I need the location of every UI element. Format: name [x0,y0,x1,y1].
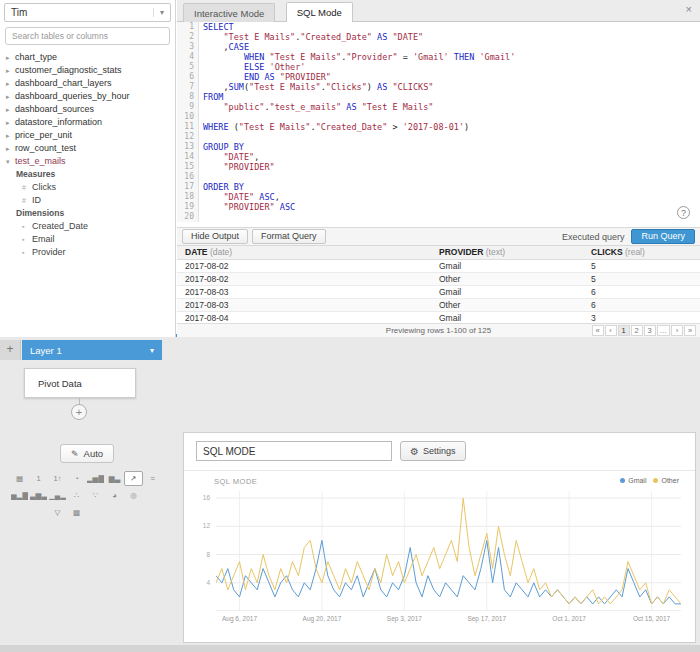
line-number: 9 [177,102,198,112]
caret-down-icon[interactable]: ▾ [6,155,15,168]
caret-right-icon[interactable]: ▸ [6,103,15,116]
sql-line: ORDER BY [203,182,700,192]
x-axis-labels: Aug 6, 2017Aug 20, 2017Sep 3, 2017Sep 17… [216,615,681,625]
icon-row: ▽▩ [48,505,172,520]
run-query-button[interactable]: Run Query [631,229,695,244]
stacked-bar-icon[interactable]: ▆▃ [105,471,124,486]
table-name: dashboard_chart_layers [15,78,112,88]
sidebar-table-dashboard_queries_by_hour[interactable]: ▸dashboard_queries_by_hour [0,90,175,103]
sidebar-table-test_e_mails[interactable]: ▾test_e_mails [0,155,175,168]
column-type: (date) [208,247,233,257]
sidebar-table-datastore_information[interactable]: ▸datastore_information [0,116,175,129]
sidebar-table-dashboard_chart_layers[interactable]: ▸dashboard_chart_layers [0,77,175,90]
table-cell: 5 [587,272,700,285]
sidebar-table-customer_diagnostic_stats[interactable]: ▸customer_diagnostic_stats [0,64,175,77]
x-tick-label: Sep 17, 2017 [467,615,506,622]
caret-right-icon[interactable]: ▸ [6,129,15,142]
measure-label: ID [32,195,41,205]
pivot-data-step[interactable]: Pivot Data [24,368,136,398]
schema-selector[interactable]: Tim ▾ [4,3,171,22]
close-icon[interactable]: × [686,3,692,15]
sidebar-table-row_count_test[interactable]: ▸row_count_test [0,142,175,155]
dimension-Provider[interactable]: ▪Provider [0,246,175,259]
filter-funnel-icon[interactable]: ▽ [48,505,67,520]
y-tick-label: 12 [203,522,210,529]
column-chart-icon[interactable]: ▅▂▇ [10,488,29,503]
donut-chart-icon[interactable]: ◎ [124,488,143,503]
pager-item-«[interactable]: « [592,325,604,336]
settings-button[interactable]: ⚙ Settings [400,441,466,461]
column-header-provider[interactable]: PROVIDER (text) [435,246,587,259]
y-tick-label: 4 [206,579,210,586]
line-number: 8 [177,92,198,102]
table-row: 2017-08-03Other6 [177,298,700,311]
pager-item-‹[interactable]: ‹ [605,325,617,336]
caret-right-icon[interactable]: ▸ [6,90,15,103]
dimension-label: Email [32,234,55,244]
bar-chart-icon[interactable]: ▂▅▇ [86,471,105,486]
single-value-icon[interactable]: 1 [29,471,48,486]
dimension-Email[interactable]: ▪Email [0,233,175,246]
pager-item-1[interactable]: 1 [618,325,630,336]
caret-right-icon[interactable]: ▸ [6,77,15,90]
grouped-column-icon[interactable]: ▃▆▃ [29,488,48,503]
pager-item-›[interactable]: › [671,325,683,336]
legend-item-gmail[interactable]: Gmail [620,477,646,484]
legend-dot [653,478,658,483]
caret-right-icon[interactable]: ▸ [6,116,15,129]
number-trend-icon[interactable]: 1↑ [48,471,67,486]
legend-dot [620,478,625,483]
gauge-icon[interactable]: ◔ [67,471,86,486]
pager-item-2[interactable]: 2 [631,325,643,336]
card-divider [184,470,695,471]
caret-right-icon[interactable]: ▸ [6,142,15,155]
bubble-chart-icon[interactable]: ∵ [86,488,105,503]
search-input[interactable] [5,27,170,45]
pager-item-»[interactable]: » [684,325,696,336]
line-number: 16 [177,172,198,182]
mini-bars-icon[interactable]: ▁▄▂ [48,488,67,503]
line-number: 6 [177,72,198,82]
measure-ID[interactable]: #ID [0,194,175,207]
caret-right-icon[interactable]: ▸ [6,51,15,64]
tab-sql-mode[interactable]: SQL Mode [286,2,353,22]
layer-tab[interactable]: Layer 1 ▾ [22,340,162,360]
format-query-button[interactable]: Format Query [252,229,326,244]
help-icon[interactable]: ? [677,206,690,219]
chart-title-input[interactable] [196,441,392,461]
pager-item-…[interactable]: … [657,325,671,336]
map-chart-icon[interactable]: ▩ [67,505,86,520]
dimension-Created_Date[interactable]: ▪Created_Date [0,220,175,233]
add-step-button[interactable]: + [71,404,87,420]
sql-code[interactable]: SELECT "Test E Mails"."Created_Date" AS … [199,22,700,222]
x-tick-label: Aug 20, 2017 [303,615,342,622]
layers-panel: + Layer 1 ▾ Pivot Data + [0,340,700,430]
tab-interactive-mode[interactable]: Interactive Mode [183,3,275,22]
caret-right-icon[interactable]: ▸ [6,64,15,77]
table-cell: Gmail [435,259,587,272]
sidebar-table-price_per_unit[interactable]: ▸price_per_unit [0,129,175,142]
measure-Clicks[interactable]: #Clicks [0,181,175,194]
scatter-plot-icon[interactable]: ∴ [67,488,86,503]
chart-plot[interactable] [216,491,681,611]
hide-output-button[interactable]: Hide Output [182,229,248,244]
pie-chart-icon[interactable]: ◕ [105,488,124,503]
auto-button[interactable]: ✎ Auto [60,444,114,463]
icon-row: ▅▂▇▃▆▃▁▄▂∴∵◕◎ [10,488,172,503]
sql-line: WHEN "Test E Mails"."Provider" = 'Gmail'… [203,52,700,62]
legend-item-other[interactable]: Other [653,477,679,484]
column-header-clicks[interactable]: CLICKS (real) [587,246,700,259]
add-layer-button[interactable]: + [0,340,21,360]
line-number: 1 [177,22,198,32]
sidebar-table-dashboard_sources[interactable]: ▸dashboard_sources [0,103,175,116]
pager-item-3[interactable]: 3 [644,325,656,336]
column-header-date[interactable]: DATE (date) [177,246,435,259]
table-chart-icon[interactable]: ▦ [10,471,29,486]
sql-line: ,CASE [203,42,700,52]
sql-editor[interactable]: 1234567891011121314151617181920 SELECT "… [177,22,700,222]
line-number: 11 [177,122,198,132]
line-chart-icon[interactable]: ↗ [124,471,143,486]
sidebar-table-chart_type[interactable]: ▸chart_type [0,51,175,64]
sparkline-icon[interactable]: ≈ [143,471,162,486]
table-row: 2017-08-02Gmail5 [177,259,700,272]
